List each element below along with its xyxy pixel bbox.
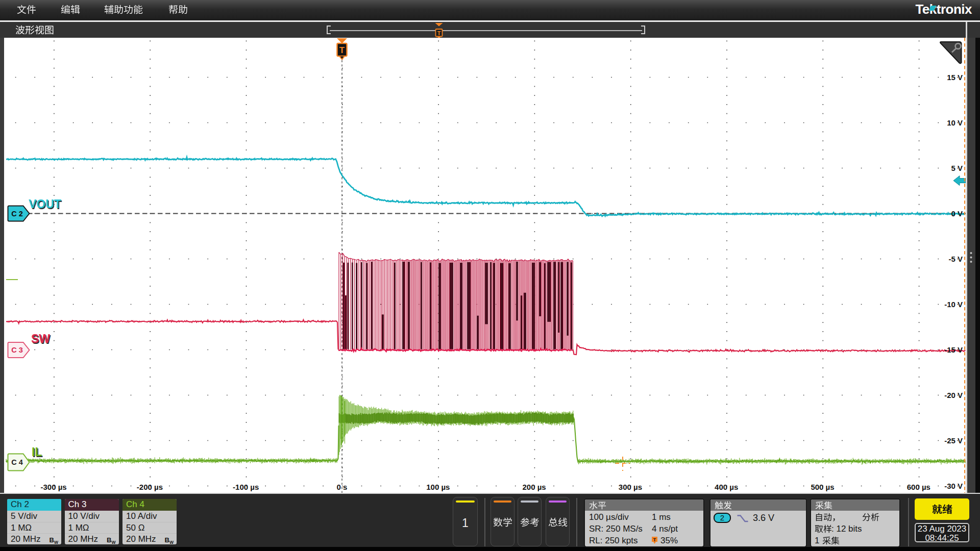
svg-text:IL: IL xyxy=(32,445,42,459)
svg-text:0 V: 0 V xyxy=(951,209,963,218)
svg-text:-10 V: -10 V xyxy=(944,300,963,309)
svg-text:200 µs: 200 µs xyxy=(523,483,546,491)
svg-text:T: T xyxy=(339,45,345,55)
svg-text:100 µs: 100 µs xyxy=(426,483,450,491)
svg-text:5 V: 5 V xyxy=(951,164,963,172)
svg-text:VOUT: VOUT xyxy=(29,197,61,211)
svg-text:-30 V: -30 V xyxy=(944,482,963,490)
svg-text:0 s: 0 s xyxy=(337,483,348,491)
svg-text:400 µs: 400 µs xyxy=(715,483,738,491)
svg-text:600 µs: 600 µs xyxy=(907,483,930,491)
svg-text:-200 µs: -200 µs xyxy=(137,483,163,491)
svg-text:-100 µs: -100 µs xyxy=(233,483,259,491)
svg-text:300 µs: 300 µs xyxy=(619,483,642,491)
svg-text:T: T xyxy=(437,30,441,36)
svg-text:-25 V: -25 V xyxy=(944,436,963,445)
svg-text:-20 V: -20 V xyxy=(944,391,963,399)
svg-text:C 3: C 3 xyxy=(11,346,23,354)
svg-text:-15 V: -15 V xyxy=(944,345,963,354)
svg-text:C 2: C 2 xyxy=(11,210,23,218)
svg-text:10 V: 10 V xyxy=(947,118,963,127)
svg-text:15 V: 15 V xyxy=(947,73,963,82)
svg-text:T: T xyxy=(653,537,656,542)
svg-text:500 µs: 500 µs xyxy=(811,483,834,491)
svg-text:C 4: C 4 xyxy=(11,458,23,466)
svg-text:-5 V: -5 V xyxy=(948,255,963,263)
svg-text:-300 µs: -300 µs xyxy=(41,483,67,491)
svg-text:SW: SW xyxy=(31,332,50,345)
